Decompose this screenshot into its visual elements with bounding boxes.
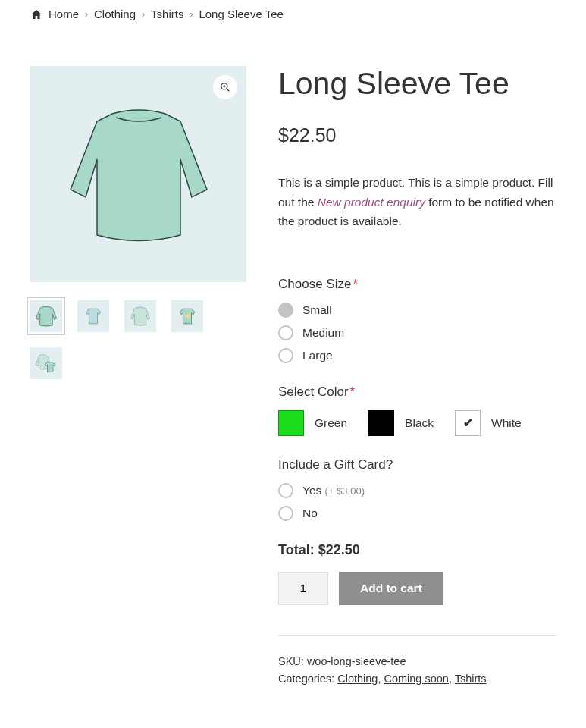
color-field: Select Color* Green Black ✔ White — [278, 384, 556, 436]
breadcrumb-current: Long Sleeve Tee — [199, 8, 283, 20]
product-thumbnails — [30, 300, 246, 379]
svg-line-1 — [227, 89, 230, 92]
thumbnail-5[interactable] — [30, 347, 62, 379]
thumbnail-1[interactable] — [30, 300, 62, 332]
product-main-image[interactable] — [30, 66, 246, 282]
home-icon[interactable] — [30, 8, 42, 20]
add-to-cart-button[interactable]: Add to cart — [339, 572, 443, 605]
color-swatch-green[interactable] — [278, 410, 304, 436]
radio-icon — [278, 325, 293, 340]
breadcrumb-home[interactable]: Home — [49, 8, 79, 20]
color-name-black: Black — [405, 416, 434, 430]
product-meta: SKU: woo-long-sleeve-tee Categories: Clo… — [278, 653, 556, 688]
product-gallery — [30, 66, 246, 688]
gift-option-yes[interactable]: Yes (+ $3.00) — [278, 483, 556, 498]
size-label: Choose Size* — [278, 277, 556, 292]
chevron-right-icon: › — [190, 9, 193, 20]
size-option-large[interactable]: Large — [278, 348, 556, 363]
color-swatch-white[interactable]: ✔ — [455, 410, 481, 436]
gift-label: Include a Gift Card? — [278, 457, 556, 472]
thumbnail-4[interactable] — [171, 300, 203, 332]
gift-field: Include a Gift Card? Yes (+ $3.00) No — [278, 457, 556, 521]
gift-option-no[interactable]: No — [278, 506, 556, 521]
color-label: Select Color* — [278, 384, 556, 400]
category-tshirts[interactable]: Tshirts — [455, 673, 487, 685]
size-option-medium[interactable]: Medium — [278, 325, 556, 340]
color-swatch-black[interactable] — [368, 410, 394, 436]
zoom-icon[interactable] — [213, 75, 237, 99]
breadcrumb: Home › Clothing › Tshirts › Long Sleeve … — [30, 8, 556, 20]
svg-rect-4 — [185, 314, 190, 318]
required-icon: * — [350, 384, 356, 399]
total-price: Total: $22.50 — [278, 542, 556, 558]
category-coming-soon[interactable]: Coming soon — [384, 673, 448, 685]
product-price: $22.50 — [278, 124, 556, 146]
size-option-small[interactable]: Small — [278, 303, 556, 318]
thumbnail-2[interactable] — [77, 300, 109, 332]
size-field: Choose Size* Small Medium Large — [278, 277, 556, 363]
category-clothing[interactable]: Clothing — [337, 673, 378, 685]
color-name-white: White — [491, 416, 522, 430]
breadcrumb-tshirts[interactable]: Tshirts — [151, 8, 183, 20]
product-title: Long Sleeve Tee — [278, 66, 556, 102]
color-name-green: Green — [315, 416, 347, 430]
product-description: This is a simple product. This is a simp… — [278, 173, 556, 231]
divider — [278, 635, 556, 636]
sku-row: SKU: woo-long-sleeve-tee — [278, 653, 556, 670]
breadcrumb-clothing[interactable]: Clothing — [94, 8, 136, 20]
categories-row: Categories: Clothing, Coming soon, Tshir… — [278, 670, 556, 688]
required-icon: * — [353, 277, 358, 291]
radio-icon — [278, 303, 293, 318]
product-summary: Long Sleeve Tee $22.50 This is a simple … — [278, 66, 556, 688]
chevron-right-icon: › — [85, 9, 88, 20]
quantity-input[interactable] — [278, 572, 328, 605]
radio-icon — [278, 348, 293, 363]
thumbnail-3[interactable] — [124, 300, 156, 332]
enquiry-link[interactable]: New product enquiry — [318, 196, 425, 209]
chevron-right-icon: › — [142, 9, 145, 20]
radio-icon — [278, 506, 293, 521]
radio-icon — [278, 483, 293, 498]
